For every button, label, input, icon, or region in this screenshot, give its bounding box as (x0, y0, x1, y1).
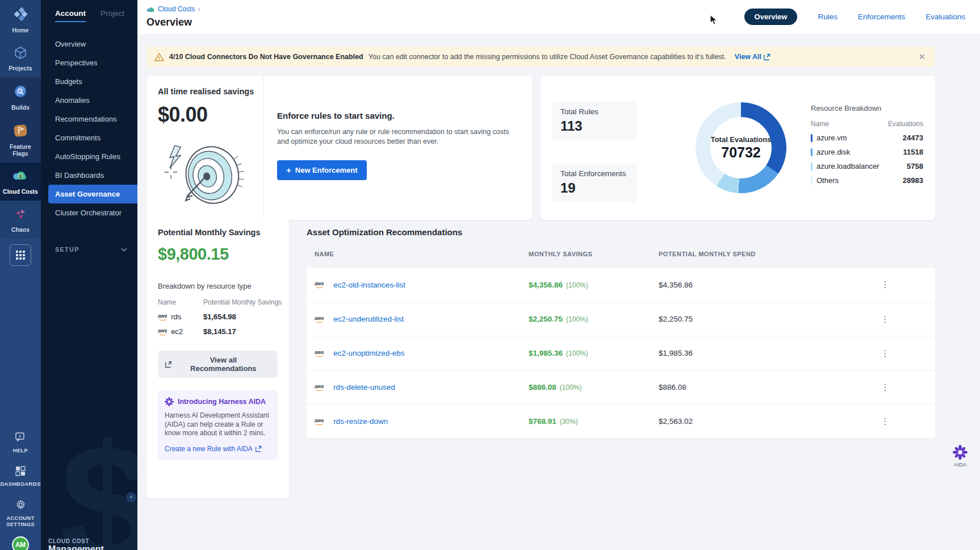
table-row: awsrds-delete-unused $886.08(100%) $886.… (307, 370, 935, 404)
new-enforcement-button[interactable]: + New Enforcement (277, 160, 367, 180)
realised-savings-value: $0.00 (158, 103, 263, 127)
aida-description: Harness AI Development Assistant (AIDA) … (165, 411, 271, 438)
governance-nav: Overview Rules Enforcements Evaluations (744, 9, 965, 25)
sidebar-item-asset-governance[interactable]: Asset Governance (48, 185, 137, 203)
banner-view-all-link[interactable]: View All (735, 53, 770, 61)
rail-item-cloud-costs[interactable]: $ Cloud Costs (0, 163, 41, 201)
plus-icon: + (286, 165, 291, 175)
rule-link[interactable]: ec2-unoptimized-ebs (333, 349, 404, 357)
aida-flower-icon (165, 397, 174, 406)
module-picker-button[interactable] (10, 244, 31, 266)
breakdown-by-type-title: Breakdown by resource type (158, 282, 278, 290)
aws-icon: aws (158, 314, 167, 320)
table-row: awsec2-old-instances-list $4,356.86(100%… (307, 268, 935, 302)
rule-link[interactable]: rds-delete-unused (333, 383, 395, 391)
footer-title: Management (48, 544, 104, 550)
sidebar-item-commitments[interactable]: Commitments (41, 128, 137, 147)
breadcrumb[interactable]: Cloud Costs › (146, 5, 200, 13)
legend-swatch (811, 177, 813, 185)
view-all-recommendations-button[interactable]: View all Recommendations (158, 351, 278, 378)
total-rules-label: Total Rules (560, 107, 630, 116)
rail-label: ACCOUNT SETTINGS (0, 515, 41, 527)
rail-item-builds[interactable]: Builds (0, 77, 41, 116)
sidebar-item-budgets[interactable]: Budgets (41, 72, 137, 91)
module-rail: Home Projects Builds Feature Flags $ Clo… (0, 0, 41, 550)
ps-row: awsec2 $8,145.17 (158, 327, 278, 336)
sidebar-item-anomalies[interactable]: Anomalies (41, 91, 137, 110)
rail-item-account-settings[interactable]: ACCOUNT SETTINGS (0, 499, 41, 527)
tab-rules[interactable]: Rules (818, 13, 837, 21)
row-menu-icon[interactable]: ⋮ (880, 416, 891, 427)
rail-item-feature-flags[interactable]: Feature Flags (0, 116, 41, 163)
breakdown-col-name: Name (811, 120, 829, 128)
total-rules-value: 113 (560, 118, 630, 134)
aws-icon: aws (315, 316, 324, 323)
rail-label: Cloud Costs (3, 188, 38, 195)
rail-label: HELP (13, 447, 28, 453)
page-header: Cloud Costs › Overview Overview Rules En… (137, 0, 980, 35)
rail-item-dashboards[interactable]: DASHBOARDS (0, 466, 41, 487)
sidebar-setup-toggle[interactable]: SETUP (55, 246, 127, 253)
aida-create-rule-link[interactable]: Create a new Rule with AIDA (165, 445, 271, 453)
sidebar-item-overview[interactable]: Overview (41, 35, 137, 53)
sidebar-collapse-button[interactable]: ‹ (126, 492, 136, 502)
ps-col-name: Name (158, 298, 203, 306)
projects-icon (14, 46, 27, 62)
rule-link[interactable]: rds-resize-down (333, 417, 388, 426)
recommendations-header: NAME MONTHLY SAVINGS POTENTIAL MONTHLY S… (307, 251, 935, 257)
builds-icon (13, 84, 28, 101)
recommendations-table: awsec2-old-instances-list $4,356.86(100%… (307, 268, 935, 438)
sidebar-item-bi-dashboards[interactable]: BI Dashboards (41, 166, 137, 185)
tab-project[interactable]: Project (100, 9, 124, 22)
breakdown-row: Others 28983 (811, 176, 923, 185)
user-avatar[interactable]: AM (12, 536, 29, 550)
donut-center: Total Evaluations 70732 (710, 117, 772, 178)
tab-evaluations[interactable]: Evaluations (925, 13, 965, 21)
grid-icon (16, 251, 25, 260)
row-menu-icon[interactable]: ⋮ (880, 382, 891, 393)
rail-label: Chaos (11, 226, 30, 233)
legend-swatch (811, 148, 813, 156)
rail-item-home[interactable]: Home (0, 0, 41, 39)
row-menu-icon[interactable]: ⋮ (880, 280, 891, 290)
recommendations-title: Asset Optimization Recommendations (307, 227, 935, 237)
sidebar-item-perspectives[interactable]: Perspectives (41, 53, 137, 72)
svg-text:$: $ (19, 174, 22, 180)
tab-enforcements[interactable]: Enforcements (858, 13, 905, 21)
total-rules-box: Total Rules 113 (552, 101, 638, 140)
rail-label: DASHBOARDS (0, 481, 40, 487)
row-menu-icon[interactable]: ⋮ (880, 348, 891, 359)
rail-item-projects[interactable]: Projects (0, 39, 41, 77)
sidebar-item-cluster-orchestrator[interactable]: Cluster Orchestrator (41, 203, 137, 222)
banner-message: You can edit connector to add the missin… (368, 53, 726, 61)
col-monthly-savings: MONTHLY SAVINGS (529, 251, 659, 257)
rail-item-chaos[interactable]: Chaos (0, 201, 41, 239)
sidebar-item-autostopping-rules[interactable]: AutoStopping Rules (41, 147, 137, 166)
rail-item-help[interactable]: ? HELP (0, 432, 41, 453)
sidebar-item-recommendations[interactable]: Recommendations (41, 110, 137, 128)
banner-close-icon[interactable]: ✕ (917, 52, 927, 62)
external-link-icon (165, 361, 172, 368)
total-enforcements-box: Total Enforcements 19 (552, 163, 638, 202)
rule-link[interactable]: ec2-old-instances-list (333, 281, 405, 289)
tab-overview[interactable]: Overview (744, 9, 798, 25)
legend-swatch (811, 134, 813, 142)
realised-savings-label: All time realised savings (158, 87, 263, 96)
breadcrumb-link[interactable]: Cloud Costs (158, 5, 195, 13)
feature-flags-icon (13, 123, 28, 140)
tab-account[interactable]: Account (55, 9, 86, 22)
rule-link[interactable]: ec2-underutilized-list (333, 315, 404, 323)
rail-label: Feature Flags (1, 143, 40, 157)
governance-stats-card: Total Rules 113 Total Enforcements 19 To… (541, 76, 935, 220)
realised-savings-card: All time realised savings $0.00 (146, 76, 532, 220)
warning-icon: ! (154, 53, 164, 61)
sidebar-footer: CLOUD COST Management (48, 538, 104, 550)
table-row: awsrds-resize-down $768.91(30%) $2,563.0… (307, 404, 935, 438)
aida-promo-box: Introducing Harness AIDA Harness AI Deve… (158, 390, 278, 460)
aws-icon: aws (158, 328, 167, 335)
home-icon (13, 7, 28, 24)
dashboards-icon (15, 466, 26, 478)
row-menu-icon[interactable]: ⋮ (880, 314, 891, 324)
breadcrumb-separator: › (198, 5, 200, 13)
aida-floating-button[interactable]: AIDA (953, 445, 968, 468)
